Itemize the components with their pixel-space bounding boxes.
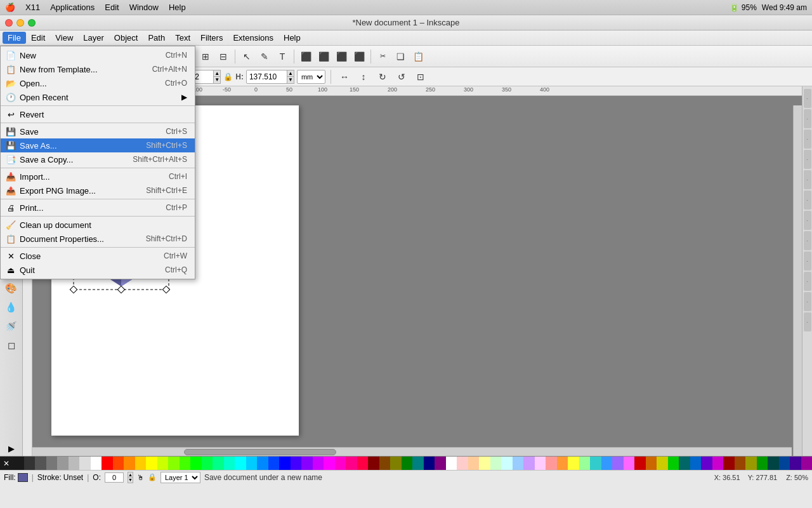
palette-color[interactable] <box>457 457 468 470</box>
zoom-tool-btn[interactable]: ⊕ <box>3 127 20 145</box>
gradient-tool-btn[interactable]: 🎨 <box>3 279 20 297</box>
palette-colors-strip[interactable] <box>13 457 812 470</box>
palette-color[interactable] <box>701 457 712 470</box>
file-menu[interactable]: File <box>3 32 26 44</box>
edit-sys-menu[interactable]: Edit <box>105 3 119 12</box>
maximize-window-button[interactable] <box>28 19 36 27</box>
opacity-spinners[interactable]: ▲ ▼ <box>128 472 133 483</box>
snap-tool-6[interactable]: · <box>804 190 811 210</box>
palette-color[interactable] <box>102 457 113 470</box>
palette-color[interactable] <box>168 457 180 470</box>
palette-color[interactable] <box>379 457 391 470</box>
x-coord-input[interactable]: 74.083 <box>41 70 82 84</box>
snap-tool-1[interactable]: · <box>804 89 811 108</box>
y-coord-input[interactable]: 62.744 <box>102 70 143 84</box>
flip-h-button[interactable]: ↔ <box>336 69 353 85</box>
palette-color[interactable] <box>679 457 690 470</box>
flip-v-button[interactable]: ↕ <box>355 69 372 85</box>
align-left-button[interactable]: ⬛ <box>298 48 314 65</box>
palette-color[interactable] <box>180 457 191 470</box>
palette-color[interactable] <box>690 457 702 470</box>
paste-button[interactable]: 📋 <box>410 48 426 65</box>
palette-color[interactable] <box>279 457 291 470</box>
palette-color[interactable] <box>712 457 724 470</box>
palette-color[interactable] <box>557 457 568 470</box>
opacity-input[interactable] <box>105 472 124 483</box>
palette-color[interactable] <box>513 457 524 470</box>
palette-color[interactable] <box>24 457 36 470</box>
palette-color[interactable] <box>579 457 591 470</box>
applications-menu[interactable]: Applications <box>50 3 95 12</box>
palette-color[interactable] <box>624 457 635 470</box>
palette-color[interactable] <box>424 457 435 470</box>
ungroup-button[interactable]: ⊟ <box>215 48 232 65</box>
align-toolbar-button[interactable]: ⊞ <box>3 69 20 85</box>
lock-icon[interactable]: 🔒 <box>223 72 233 81</box>
pen-tool-btn[interactable]: ✒ <box>3 222 20 240</box>
eraser-tool-btn[interactable]: ◻ <box>3 337 20 354</box>
help-sys-menu[interactable]: Help <box>169 3 186 12</box>
align-right-button[interactable]: ⬛ <box>333 48 350 65</box>
palette-color[interactable] <box>668 457 679 470</box>
spray-tool-btn[interactable]: 🚿 <box>3 318 20 335</box>
y-down-spinner[interactable]: ▼ <box>142 76 150 84</box>
palette-color[interactable] <box>468 457 480 470</box>
palette-color[interactable] <box>124 457 135 470</box>
cut-button[interactable]: ✂ <box>374 48 391 65</box>
palette-color[interactable] <box>202 457 213 470</box>
palette-color[interactable] <box>190 457 202 470</box>
palette-color[interactable] <box>612 457 624 470</box>
snap-tool-11[interactable]: · <box>804 292 811 311</box>
h-coord-spinners[interactable]: ▲ ▼ <box>287 70 294 84</box>
y-up-spinner[interactable]: ▲ <box>142 70 150 77</box>
palette-color[interactable] <box>35 457 46 470</box>
palette-color[interactable] <box>568 457 579 470</box>
text-tool[interactable]: T <box>274 48 291 65</box>
palette-color[interactable] <box>601 457 613 470</box>
horizontal-scrollbar[interactable] <box>32 447 792 456</box>
snap-tool-7[interactable]: · <box>804 211 811 230</box>
palette-color[interactable] <box>523 457 535 470</box>
zoom-fit-button[interactable]: ⬡ <box>121 48 137 65</box>
palette-color[interactable] <box>390 457 402 470</box>
expand-btn[interactable]: ▶ <box>8 444 15 453</box>
opacity-down[interactable]: ▼ <box>128 478 133 483</box>
palette-color[interactable] <box>79 457 91 470</box>
h-coord-input[interactable]: 137.510 <box>246 70 287 84</box>
hexagon-shape[interactable] <box>58 112 185 296</box>
zoom-page-button[interactable]: □ <box>156 48 173 65</box>
snap-tool-9[interactable]: · <box>804 251 811 271</box>
rotate-ccw-button[interactable]: ↺ <box>393 69 410 85</box>
path-menu[interactable]: Path <box>143 32 170 44</box>
palette-color[interactable] <box>745 457 757 470</box>
snap-tool-5[interactable]: · <box>804 170 811 189</box>
apple-menu[interactable]: 🍎 <box>5 3 15 12</box>
palette-color[interactable] <box>346 457 357 470</box>
copy-button[interactable]: ❏ <box>392 48 409 65</box>
window-controls[interactable] <box>5 19 36 27</box>
palette-color[interactable] <box>291 457 302 470</box>
palette-color[interactable] <box>146 457 157 470</box>
select-tool-btn[interactable]: ↖ <box>3 89 20 107</box>
palette-color[interactable] <box>634 457 646 470</box>
star-tool-btn[interactable]: ✱ <box>3 184 20 202</box>
snap-tool-4[interactable]: · <box>804 150 811 169</box>
palette-color[interactable] <box>91 457 102 470</box>
x-coord-spinners[interactable]: ▲ ▼ <box>82 70 89 84</box>
rect-tool-btn[interactable]: □ <box>3 146 20 164</box>
palette-color[interactable] <box>157 457 169 470</box>
palette-color[interactable] <box>535 457 546 470</box>
palette-color[interactable] <box>402 457 413 470</box>
pencil-tool-btn[interactable]: ✏ <box>3 203 20 221</box>
layer-select[interactable]: Layer 1 <box>160 472 200 483</box>
transform-button[interactable]: ⊡ <box>412 69 429 85</box>
edit-menu[interactable]: Edit <box>26 32 50 44</box>
y-coord-spinners[interactable]: ▲ ▼ <box>142 70 150 84</box>
palette-color[interactable] <box>501 457 513 470</box>
palette-color[interactable] <box>446 457 457 470</box>
ellipse-tool-btn[interactable]: ⬭ <box>3 165 20 183</box>
opacity-up[interactable]: ▲ <box>128 472 133 478</box>
rotate-cw-button[interactable]: ↻ <box>374 69 391 85</box>
palette-color[interactable] <box>412 457 424 470</box>
fill-swatch[interactable] <box>18 473 28 482</box>
